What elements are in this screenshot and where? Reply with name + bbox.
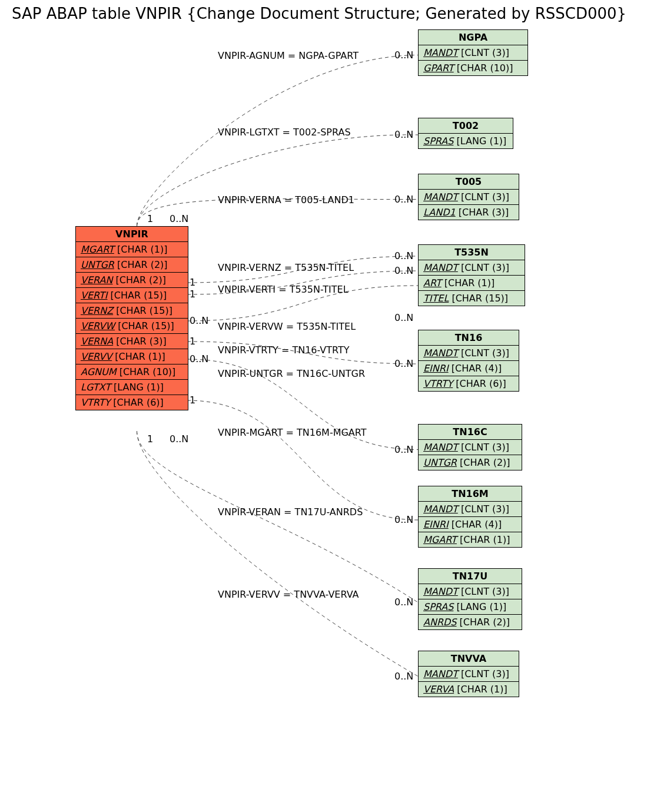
table-field: VTRTY [CHAR (6)] — [76, 395, 188, 410]
related-table-tn17u: TN17UMANDT [CLNT (3)]SPRAS [LANG (1)]ANR… — [418, 568, 522, 630]
related-table-t005: T005MANDT [CLNT (3)]LAND1 [CHAR (3)] — [418, 174, 519, 220]
table-header: NGPA — [419, 30, 527, 45]
cardinality-label: 1 — [190, 289, 195, 300]
table-header: VNPIR — [76, 227, 188, 242]
cardinality-label: 1 — [190, 277, 195, 288]
table-field: UNTGR [CHAR (2)] — [419, 455, 522, 470]
relation-label: VNPIR-VERVW = T535N-TITEL — [218, 321, 356, 332]
relation-label: VNPIR-VERNZ = T535N-TITEL — [218, 262, 354, 273]
table-field: VERVA [CHAR (1)] — [419, 682, 519, 697]
table-field: MANDT [CLNT (3)] — [419, 260, 525, 276]
related-table-t002: T002SPRAS [LANG (1)] — [418, 118, 513, 149]
relation-label: VNPIR-VTRTY = TN16-VTRTY — [218, 344, 350, 356]
table-field: SPRAS [LANG (1)] — [419, 134, 513, 148]
table-field: ANRDS [CHAR (2)] — [419, 615, 522, 629]
cardinality-label: 0..N — [394, 49, 413, 61]
table-header: TN17U — [419, 569, 522, 584]
table-field: MANDT [CLNT (3)] — [419, 502, 522, 517]
table-field: MANDT [CLNT (3)] — [419, 440, 522, 455]
table-header: T002 — [419, 118, 513, 134]
table-field: VERTI [CHAR (15)] — [76, 288, 188, 303]
table-field: VTRTY [CHAR (6)] — [419, 376, 519, 391]
related-table-tn16m: TN16MMANDT [CLNT (3)]EINRI [CHAR (4)]MGA… — [418, 486, 522, 548]
table-field: VERAN [CHAR (2)] — [76, 273, 188, 288]
table-header: T005 — [419, 174, 519, 190]
table-field: SPRAS [LANG (1)] — [419, 599, 522, 615]
cardinality-label: 0..N — [394, 250, 413, 261]
cardinality-label: 1 — [147, 213, 153, 224]
cardinality-label: 0..N — [394, 514, 413, 525]
table-field: TITEL [CHAR (15)] — [419, 291, 525, 306]
cardinality-label: 0..N — [394, 129, 413, 140]
table-field: EINRI [CHAR (4)] — [419, 517, 522, 532]
related-table-tn16c: TN16CMANDT [CLNT (3)]UNTGR [CHAR (2)] — [418, 424, 522, 470]
table-header: TN16C — [419, 425, 522, 440]
cardinality-label: 0..N — [170, 213, 188, 224]
cardinality-label: 0..N — [394, 312, 413, 323]
related-table-t535n: T535NMANDT [CLNT (3)]ART [CHAR (1)]TITEL… — [418, 244, 525, 306]
table-header: TN16 — [419, 330, 519, 346]
cardinality-label: 0..N — [170, 433, 188, 445]
relation-label: VNPIR-UNTGR = TN16C-UNTGR — [218, 368, 365, 379]
table-field: MGART [CHAR (1)] — [76, 242, 188, 257]
relation-label: VNPIR-VERNA = T005-LAND1 — [218, 194, 354, 206]
table-field: EINRI [CHAR (4)] — [419, 361, 519, 376]
related-table-tn16: TN16MANDT [CLNT (3)]EINRI [CHAR (4)]VTRT… — [418, 330, 519, 392]
table-field: MANDT [CLNT (3)] — [419, 584, 522, 599]
cardinality-label: 0..N — [394, 444, 413, 455]
table-field: MANDT [CLNT (3)] — [419, 190, 519, 205]
table-field: MANDT [CLNT (3)] — [419, 45, 527, 61]
main-table-vnpir: VNPIRMGART [CHAR (1)]UNTGR [CHAR (2)]VER… — [75, 226, 188, 410]
cardinality-label: 0..N — [394, 265, 413, 276]
cardinality-label: 1 — [190, 336, 195, 347]
table-field: VERNA [CHAR (3)] — [76, 334, 188, 349]
table-field: GPART [CHAR (10)] — [419, 61, 527, 75]
relation-label: VNPIR-VERVV = TNVVA-VERVA — [218, 589, 359, 600]
related-table-tnvva: TNVVAMANDT [CLNT (3)]VERVA [CHAR (1)] — [418, 651, 519, 697]
relation-label: VNPIR-LGTXT = T002-SPRAS — [218, 127, 351, 138]
table-field: AGNUM [CHAR (10)] — [76, 364, 188, 380]
cardinality-label: 0..N — [190, 315, 208, 326]
table-header: TNVVA — [419, 651, 519, 667]
cardinality-label: 1 — [190, 395, 195, 406]
cardinality-label: 0..N — [394, 358, 413, 369]
table-field: UNTGR [CHAR (2)] — [76, 257, 188, 273]
relation-label: VNPIR-VERTI = T535N-TITEL — [218, 284, 349, 295]
relation-label: VNPIR-MGART = TN16M-MGART — [218, 427, 367, 438]
relation-label: VNPIR-VERAN = TN17U-ANRDS — [218, 506, 363, 518]
table-field: VERVV [CHAR (1)] — [76, 349, 188, 364]
table-header: T535N — [419, 245, 525, 260]
cardinality-label: 0..N — [394, 194, 413, 205]
cardinality-label: 1 — [147, 433, 153, 445]
related-table-ngpa: NGPAMANDT [CLNT (3)]GPART [CHAR (10)] — [418, 29, 528, 76]
table-field: MANDT [CLNT (3)] — [419, 667, 519, 682]
table-field: VERNZ [CHAR (15)] — [76, 303, 188, 319]
table-field: MANDT [CLNT (3)] — [419, 346, 519, 361]
table-field: VERVW [CHAR (15)] — [76, 319, 188, 334]
cardinality-label: 0..N — [394, 596, 413, 608]
table-field: LAND1 [CHAR (3)] — [419, 205, 519, 220]
relation-label: VNPIR-AGNUM = NGPA-GPART — [218, 50, 359, 61]
table-field: LGTXT [LANG (1)] — [76, 380, 188, 395]
table-field: MGART [CHAR (1)] — [419, 532, 522, 547]
table-header: TN16M — [419, 486, 522, 502]
table-field: ART [CHAR (1)] — [419, 276, 525, 291]
cardinality-label: 0..N — [394, 671, 413, 682]
page-title: SAP ABAP table VNPIR {Change Document St… — [12, 5, 626, 22]
cardinality-label: 0..N — [190, 353, 208, 364]
